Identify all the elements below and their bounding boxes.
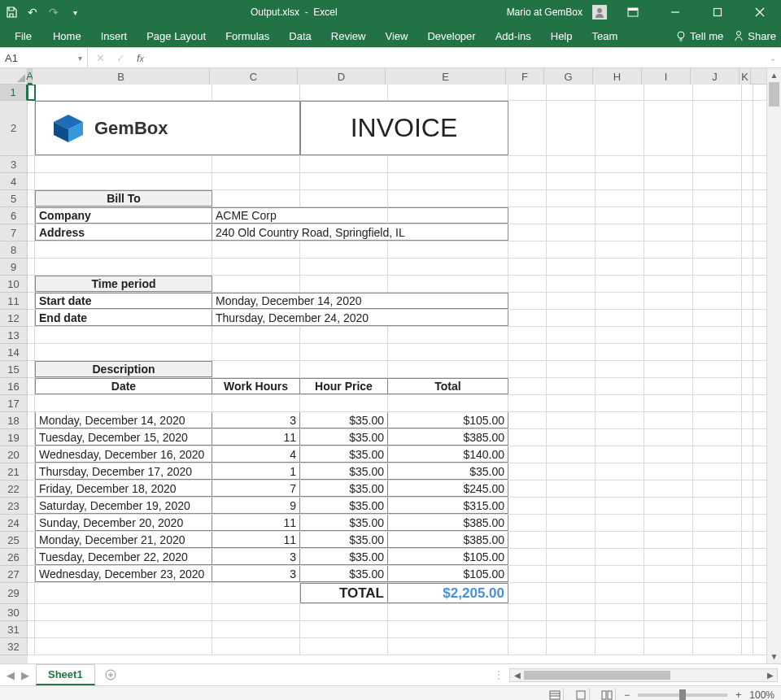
cell[interactable] — [508, 173, 547, 189]
fx-icon[interactable]: fx — [137, 52, 144, 64]
data-hours[interactable]: 3 — [212, 549, 300, 565]
cell[interactable] — [28, 344, 35, 360]
cell[interactable] — [693, 224, 742, 241]
cell[interactable] — [508, 463, 547, 480]
cell[interactable] — [508, 259, 547, 275]
cell[interactable] — [742, 498, 753, 514]
vscroll-thumb[interactable] — [769, 82, 779, 107]
cell[interactable] — [388, 156, 508, 172]
cell[interactable] — [693, 446, 742, 463]
cell[interactable] — [547, 446, 596, 463]
name-box[interactable]: A1 ▾ — [0, 48, 88, 67]
view-page-break-icon[interactable] — [598, 688, 616, 701]
cell[interactable] — [742, 259, 753, 275]
qat-dropdown-icon[interactable]: ▾ — [68, 6, 81, 19]
cell[interactable] — [596, 241, 644, 258]
cell[interactable] — [300, 241, 388, 258]
zoom-value[interactable]: 100% — [749, 689, 774, 701]
col-header-b[interactable]: B — [33, 68, 210, 85]
cell[interactable] — [693, 412, 742, 428]
cell[interactable] — [28, 412, 35, 428]
cell[interactable] — [644, 224, 693, 241]
cell[interactable] — [742, 361, 753, 377]
cell[interactable] — [508, 549, 547, 565]
cell[interactable] — [596, 395, 644, 411]
end-date-label[interactable]: End date — [35, 310, 212, 326]
cell[interactable] — [547, 259, 596, 275]
cell[interactable] — [28, 583, 35, 603]
data-hours[interactable]: 11 — [212, 532, 300, 548]
cell[interactable] — [693, 604, 742, 620]
cell[interactable] — [300, 207, 388, 224]
cell[interactable] — [28, 378, 35, 394]
cell[interactable] — [644, 446, 693, 463]
cell[interactable] — [644, 344, 693, 360]
cell[interactable] — [596, 498, 644, 514]
user-avatar-icon[interactable] — [592, 5, 607, 20]
cell[interactable] — [547, 310, 596, 326]
cell[interactable] — [28, 259, 35, 275]
data-total[interactable]: $385.00 — [388, 429, 508, 446]
cell[interactable] — [596, 566, 644, 582]
data-hours[interactable]: 3 — [212, 412, 300, 428]
cell[interactable] — [644, 515, 693, 531]
share-button[interactable]: Share — [733, 30, 776, 42]
cell[interactable] — [693, 638, 742, 654]
data-hours[interactable]: 1 — [212, 463, 300, 480]
cell[interactable] — [35, 259, 212, 275]
cell[interactable] — [596, 583, 644, 603]
cell[interactable] — [547, 361, 596, 377]
cell[interactable] — [547, 549, 596, 565]
cell[interactable] — [508, 515, 547, 531]
data-date[interactable]: Tuesday, December 15, 2020 — [35, 429, 212, 446]
cell[interactable] — [693, 583, 742, 603]
view-normal-icon[interactable] — [546, 688, 564, 701]
cell[interactable] — [693, 101, 742, 155]
row-header[interactable]: 31 — [0, 621, 28, 638]
cell[interactable] — [742, 566, 753, 582]
cell[interactable] — [388, 604, 508, 620]
cell[interactable] — [644, 207, 693, 224]
cell[interactable] — [28, 293, 35, 309]
cell[interactable] — [693, 190, 742, 207]
cell[interactable] — [644, 190, 693, 207]
bill-to-header[interactable]: Bill To — [35, 190, 212, 207]
grand-total-label[interactable]: TOTAL — [300, 583, 388, 603]
tab-help[interactable]: Help — [543, 27, 581, 46]
cell[interactable] — [212, 395, 300, 411]
tab-developer[interactable]: Developer — [419, 27, 483, 46]
cell[interactable] — [644, 378, 693, 394]
cell[interactable] — [35, 156, 212, 172]
row-header[interactable]: 15 — [0, 361, 28, 378]
cell[interactable] — [508, 101, 547, 155]
cell[interactable] — [212, 156, 300, 172]
cell[interactable] — [508, 446, 547, 463]
cell[interactable] — [547, 85, 596, 100]
tab-data[interactable]: Data — [281, 27, 319, 46]
tab-addins[interactable]: Add-ins — [487, 27, 539, 46]
description-header[interactable]: Description — [35, 361, 212, 377]
cell[interactable] — [596, 463, 644, 480]
cell[interactable] — [596, 638, 644, 654]
cell[interactable] — [742, 276, 753, 292]
zoom-in-icon[interactable]: + — [735, 689, 741, 701]
cell[interactable] — [742, 101, 753, 155]
cell[interactable] — [212, 241, 300, 258]
cell[interactable] — [547, 327, 596, 343]
cell[interactable] — [742, 463, 753, 480]
cell[interactable] — [693, 621, 742, 637]
row-header[interactable]: 8 — [0, 241, 28, 259]
col-header-i[interactable]: I — [642, 68, 691, 85]
cell[interactable] — [693, 498, 742, 514]
col-work-hours[interactable]: Work Hours — [212, 378, 300, 394]
col-header-c[interactable]: C — [210, 68, 298, 85]
tab-page-layout[interactable]: Page Layout — [138, 27, 214, 46]
row-header[interactable]: 26 — [0, 549, 28, 566]
cell[interactable] — [742, 224, 753, 241]
row-header[interactable]: 24 — [0, 515, 28, 532]
cell[interactable] — [300, 621, 388, 637]
data-total[interactable]: $385.00 — [388, 515, 508, 531]
row-header[interactable]: 19 — [0, 429, 28, 446]
cell[interactable] — [644, 101, 693, 155]
row-header[interactable]: 1 — [0, 85, 28, 101]
